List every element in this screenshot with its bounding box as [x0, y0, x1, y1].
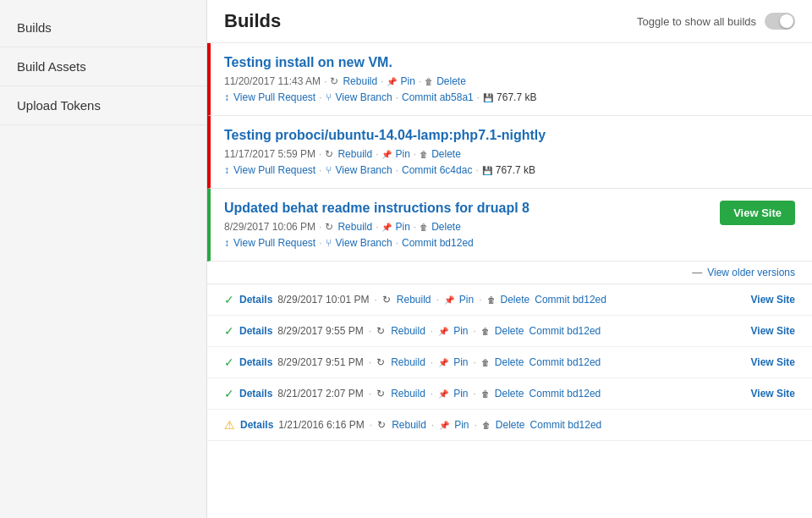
commit-link[interactable]: Commit bd12ed	[530, 419, 602, 431]
sidebar-item-builds[interactable]: Builds	[0, 8, 206, 47]
branch-icon	[326, 237, 332, 249]
rebuild-button[interactable]: Rebuild	[337, 148, 372, 160]
sidebar-item-upload-tokens[interactable]: Upload Tokens	[0, 86, 206, 125]
rebuild-icon	[382, 294, 392, 306]
sep: ·	[376, 221, 378, 233]
build-title[interactable]: Updated behat readme instructions for dr…	[224, 201, 529, 216]
builds-list: Testing install on new VM. 11/20/2017 11…	[207, 43, 812, 441]
delete-icon	[481, 388, 490, 400]
minus-icon	[692, 267, 702, 278]
sub-build: ⚠ Details 1/21/2016 6:16 PM · Rebuild · …	[207, 410, 812, 441]
details-link[interactable]: Details	[239, 388, 272, 400]
view-site-link[interactable]: View Site	[751, 325, 795, 337]
delete-button[interactable]: Delete	[495, 356, 524, 368]
delete-button[interactable]: Delete	[431, 221, 461, 233]
delete-button[interactable]: Delete	[496, 419, 525, 431]
commit-link[interactable]: Commit bd12ed	[402, 237, 474, 249]
branch-icon	[326, 91, 332, 103]
view-branch-link[interactable]: View Branch	[336, 237, 392, 249]
delete-icon	[420, 148, 428, 160]
pin-icon	[439, 419, 449, 431]
details-link[interactable]: Details	[240, 419, 273, 431]
rebuild-button[interactable]: Rebuild	[343, 75, 377, 87]
commit-link[interactable]: Commit 6c4dac	[402, 164, 472, 176]
sidebar-item-label: Build Assets	[17, 59, 86, 74]
sep: ·	[319, 164, 321, 176]
view-site-link[interactable]: View Site	[751, 294, 795, 306]
sep: ·	[319, 148, 321, 160]
commit-link[interactable]: Commit bd12ed	[529, 356, 601, 368]
sub-build: ✓ Details 8/21/2017 2:07 PM · Rebuild · …	[207, 378, 812, 410]
view-older-versions-link[interactable]: View older versions	[707, 267, 795, 278]
sep: ·	[369, 325, 371, 337]
build-title[interactable]: Testing install on new VM.	[224, 55, 392, 70]
delete-icon	[482, 419, 491, 431]
view-branch-link[interactable]: View Branch	[336, 91, 392, 103]
delete-button[interactable]: Delete	[501, 294, 530, 306]
build-size: 767.7 kB	[496, 164, 535, 176]
view-site-link[interactable]: View Site	[751, 388, 795, 400]
view-pull-request-link[interactable]: View Pull Request	[233, 164, 315, 176]
details-link[interactable]: Details	[239, 325, 272, 337]
view-pull-request-link[interactable]: View Pull Request	[233, 237, 315, 249]
rebuild-button[interactable]: Rebuild	[392, 419, 426, 431]
rebuild-icon	[325, 221, 334, 233]
delete-button[interactable]: Delete	[495, 325, 524, 337]
toggle-label: Toggle to show all builds	[637, 15, 756, 28]
sep: ·	[396, 91, 398, 103]
build-links: View Pull Request · View Branch · Commit…	[224, 91, 795, 103]
check-icon: ✓	[224, 355, 234, 369]
pin-button[interactable]: Pin	[453, 325, 468, 337]
pin-button[interactable]: Pin	[453, 388, 468, 400]
commit-link[interactable]: Commit bd12ed	[529, 388, 601, 400]
sep: ·	[376, 148, 378, 160]
main-content: Builds Toggle to show all builds Testing…	[207, 0, 812, 518]
view-branch-link[interactable]: View Branch	[336, 164, 392, 176]
rebuild-icon	[376, 388, 386, 400]
pin-button[interactable]: Pin	[400, 75, 414, 87]
rebuild-icon	[330, 75, 339, 87]
build-item: Updated behat readme instructions for dr…	[207, 189, 812, 262]
pin-icon	[444, 294, 454, 306]
pin-button[interactable]: Pin	[395, 148, 409, 160]
sep: ·	[396, 164, 398, 176]
sep: ·	[479, 294, 481, 306]
sub-build-date: 1/21/2016 6:16 PM	[278, 419, 364, 431]
sep: ·	[474, 388, 476, 400]
details-link[interactable]: Details	[239, 356, 272, 368]
sidebar-item-build-assets[interactable]: Build Assets	[0, 47, 206, 86]
pin-icon	[387, 75, 397, 87]
pin-button[interactable]: Pin	[454, 419, 469, 431]
delete-button[interactable]: Delete	[431, 148, 461, 160]
sub-build-left: ✓ Details 8/29/2017 10:01 PM · Rebuild ·…	[224, 293, 751, 306]
commit-link[interactable]: Commit ab58a1	[402, 91, 474, 103]
commit-link[interactable]: Commit bd12ed	[535, 294, 606, 306]
sep: ·	[419, 75, 421, 87]
rebuild-icon	[376, 356, 386, 368]
build-date: 11/17/2017 5:59 PM	[224, 148, 315, 160]
delete-button[interactable]: Delete	[495, 388, 524, 400]
sep: ·	[381, 75, 383, 87]
build-links: View Pull Request · View Branch · Commit…	[224, 164, 795, 176]
pin-button[interactable]: Pin	[453, 356, 468, 368]
sub-build-left: ✓ Details 8/21/2017 2:07 PM · Rebuild · …	[224, 387, 751, 400]
rebuild-button[interactable]: Rebuild	[391, 356, 425, 368]
build-meta: 11/17/2017 5:59 PM · Rebuild · Pin · Del…	[224, 148, 795, 160]
view-pull-request-link[interactable]: View Pull Request	[233, 91, 315, 103]
pin-button[interactable]: Pin	[395, 221, 409, 233]
build-date: 8/29/2017 10:06 PM	[224, 221, 315, 233]
rebuild-button[interactable]: Rebuild	[391, 388, 425, 400]
details-link[interactable]: Details	[239, 294, 272, 306]
view-site-button[interactable]: View Site	[720, 201, 795, 225]
sep: ·	[319, 237, 321, 249]
sep: ·	[477, 91, 480, 103]
build-title[interactable]: Testing proboci/ubuntu-14.04-lamp:php7.1…	[224, 128, 546, 143]
pin-button[interactable]: Pin	[459, 294, 474, 306]
rebuild-button[interactable]: Rebuild	[391, 325, 425, 337]
rebuild-button[interactable]: Rebuild	[337, 221, 372, 233]
rebuild-button[interactable]: Rebuild	[397, 294, 431, 306]
delete-button[interactable]: Delete	[436, 75, 466, 87]
commit-link[interactable]: Commit bd12ed	[529, 325, 601, 337]
view-site-link[interactable]: View Site	[751, 356, 795, 368]
toggle-switch[interactable]	[765, 13, 795, 30]
